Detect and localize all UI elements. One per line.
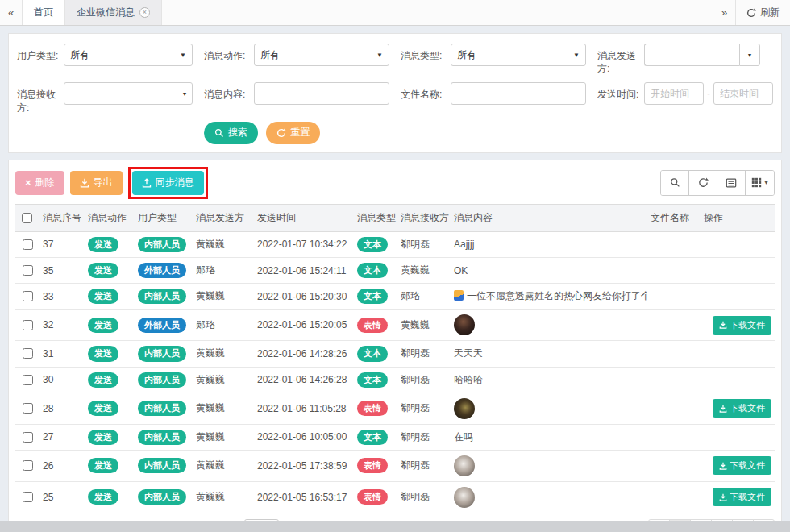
download-icon (719, 321, 727, 329)
operation-cell: 下载文件 (701, 450, 775, 481)
row-checkbox[interactable] (23, 432, 33, 443)
next-page-button[interactable]: › (753, 519, 775, 521)
select-all-checkbox[interactable] (22, 213, 32, 223)
tab-bar: « 首页 企业微信消息 × » 刷新 (0, 0, 790, 26)
message-type-badge: 表情 (357, 458, 388, 473)
row-checkbox[interactable] (23, 460, 33, 471)
file-name-cell (647, 367, 701, 393)
user-type-cell: 内部人员 (135, 424, 193, 450)
file-name-cell (647, 424, 701, 450)
message-image-thumbnail[interactable] (454, 487, 475, 508)
scroll-tabs-right-button[interactable]: » (713, 0, 735, 25)
sync-highlight-box: 同步消息 (128, 167, 208, 199)
user-type-cell: 外部人员 (135, 257, 193, 283)
delete-button[interactable]: × 删除 (15, 171, 64, 195)
filter-send-time: 发送时间: - (597, 82, 773, 114)
filter-message-sender: 消息发送方: ▾ (597, 44, 760, 75)
user-type-cell: 外部人员 (135, 310, 193, 341)
download-file-button[interactable]: 下载文件 (713, 456, 771, 475)
message-content-text: 在吗 (454, 431, 473, 443)
tab-home[interactable]: 首页 (23, 0, 65, 25)
send-time-cell: 2022-01-06 14:28:26 (254, 341, 354, 367)
file-name-cell (647, 257, 701, 283)
filter-message-action: 消息动作: 所有 ▼ (204, 44, 389, 75)
start-time-input[interactable] (644, 82, 704, 105)
message-action-select[interactable]: 所有 ▼ (254, 44, 389, 66)
row-checkbox[interactable] (23, 348, 33, 359)
download-file-button[interactable]: 下载文件 (713, 488, 771, 506)
message-image-thumbnail[interactable] (454, 455, 475, 476)
row-select-cell (15, 341, 40, 367)
message-seq-cell: 31 (40, 341, 85, 367)
message-content-input[interactable] (254, 82, 389, 105)
message-action-cell: 发送 (85, 284, 135, 310)
end-time-input[interactable] (713, 82, 773, 105)
page-button-2[interactable]: 2 (690, 519, 712, 521)
message-image-thumbnail[interactable] (454, 314, 475, 335)
row-checkbox[interactable] (23, 492, 33, 502)
message-seq-cell: 26 (40, 450, 85, 481)
search-button[interactable]: 搜索 (204, 122, 258, 144)
refresh-label: 刷新 (760, 6, 780, 19)
messages-table: 消息序号消息动作用户类型消息发送方发送时间消息类型消息接收方消息内容文件名称操作… (15, 204, 775, 513)
time-range-separator: - (704, 82, 713, 114)
message-type-badge: 表情 (357, 318, 388, 333)
operation-cell (701, 424, 775, 450)
message-action-cell: 发送 (85, 393, 135, 424)
scroll-tabs-left-button[interactable]: « (0, 0, 23, 25)
message-action-label: 消息动作: (204, 44, 254, 75)
user-type-badge: 内部人员 (138, 430, 186, 445)
file-name-input[interactable] (451, 82, 586, 105)
user-type-cell: 内部人员 (135, 481, 193, 513)
page-size-select[interactable]: 10 ▴ (244, 519, 278, 521)
user-type-cell: 内部人员 (135, 393, 193, 424)
prev-page-button[interactable]: ‹ (648, 519, 670, 521)
table-row: 35发送外部人员郧珞2022-01-06 15:24:11文本黄巍巍OK (15, 257, 775, 283)
file-name-cell (647, 341, 701, 367)
message-content-cell: Aajjjj (451, 231, 647, 257)
row-checkbox[interactable] (23, 403, 33, 414)
message-receiver-cell: 郗明磊 (397, 450, 451, 481)
header-operation: 操作 (701, 204, 775, 231)
message-type-select[interactable]: 所有 ▼ (451, 44, 586, 66)
row-checkbox[interactable] (23, 239, 33, 250)
page-button-1[interactable]: 1 (669, 519, 691, 521)
table-refresh-button[interactable] (689, 171, 717, 195)
header-message-sender: 消息发送方 (193, 204, 254, 231)
row-checkbox[interactable] (23, 375, 33, 385)
message-type-cell: 文本 (354, 367, 397, 393)
table-row: 26发送内部人员黄巍巍2022-01-05 17:38:59表情郗明磊下载文件 (15, 450, 775, 481)
user-type-cell: 内部人员 (135, 450, 193, 481)
message-sender-input[interactable] (644, 44, 739, 66)
toggle-view-button[interactable] (717, 171, 746, 195)
refresh-page-button[interactable]: 刷新 (735, 0, 790, 25)
page-button-4[interactable]: 4 (732, 519, 754, 521)
user-type-badge: 外部人员 (138, 263, 186, 278)
message-seq-cell: 32 (40, 310, 85, 341)
message-content-text: 哈哈哈 (454, 374, 483, 385)
export-button[interactable]: 导出 (70, 171, 123, 195)
download-file-button[interactable]: 下载文件 (713, 316, 771, 335)
user-type-cell: 内部人员 (135, 367, 193, 393)
reset-button[interactable]: 重置 (266, 122, 320, 144)
caret-down-icon: ▼ (376, 52, 383, 59)
sync-messages-button[interactable]: 同步消息 (132, 171, 204, 195)
message-receiver-combobox[interactable]: ▾ (64, 82, 193, 105)
page-button-3[interactable]: 3 (711, 519, 733, 521)
user-type-label: 用户类型: (17, 44, 64, 75)
row-checkbox[interactable] (23, 265, 33, 276)
message-image-thumbnail[interactable] (454, 398, 475, 419)
user-type-select[interactable]: 所有 ▼ (64, 44, 193, 66)
columns-button[interactable]: ▾ (746, 171, 774, 195)
message-sender-caret-button[interactable]: ▾ (739, 44, 760, 66)
row-checkbox[interactable] (23, 320, 33, 330)
chevrons-left-icon: « (8, 6, 14, 19)
tab-wecom-messages[interactable]: 企业微信消息 × (65, 0, 162, 25)
close-tab-icon[interactable]: × (139, 7, 150, 18)
message-type-badge: 表情 (357, 401, 388, 416)
message-content-cell: 哈哈哈 (451, 367, 647, 393)
download-file-button[interactable]: 下载文件 (713, 399, 771, 418)
row-checkbox[interactable] (23, 291, 33, 301)
table-search-button[interactable] (661, 171, 689, 195)
file-name-cell (647, 310, 701, 341)
